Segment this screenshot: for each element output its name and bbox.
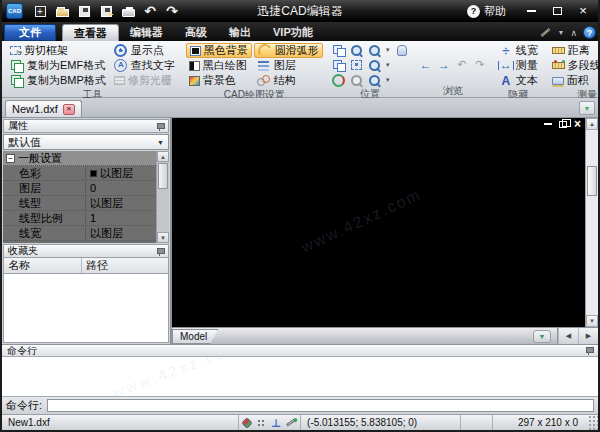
- background-color-button[interactable]: 背景色: [186, 73, 252, 88]
- close-button[interactable]: ×: [572, 3, 594, 19]
- help-icon[interactable]: ?: [467, 5, 480, 18]
- command-output[interactable]: www.42xz.com: [2, 357, 598, 397]
- bw-drawing-button[interactable]: 黑白绘图: [186, 58, 252, 73]
- help-button[interactable]: 帮助: [484, 4, 506, 19]
- resize-grip[interactable]: [588, 415, 598, 430]
- canvas-restore-icon[interactable]: [559, 121, 567, 128]
- favorites-list[interactable]: [3, 274, 169, 343]
- measure-distance-button[interactable]: 距离: [549, 43, 600, 58]
- copy-view-icon: [332, 59, 346, 72]
- zoom-in-button[interactable]: [367, 43, 383, 57]
- tab-viewer[interactable]: 查看器: [62, 24, 119, 41]
- column-path[interactable]: 路径: [82, 258, 112, 273]
- column-name[interactable]: 名称: [4, 258, 82, 273]
- orbit-button[interactable]: [331, 73, 347, 87]
- layout-next-icon[interactable]: ▶: [578, 328, 598, 344]
- document-tab-close-icon[interactable]: ×: [63, 104, 75, 115]
- view-back-button[interactable]: [418, 58, 434, 72]
- zoom-in-dropdown-icon[interactable]: ▼: [385, 47, 392, 53]
- hide-measure-button[interactable]: 测量: [496, 58, 541, 73]
- zoom-extents-button[interactable]: [349, 58, 365, 72]
- undo-button[interactable]: ↶: [140, 2, 160, 20]
- pan-button[interactable]: [394, 43, 410, 57]
- layers-button[interactable]: 图层: [254, 58, 323, 73]
- canvas-scrollbar[interactable]: ▲ ▼: [585, 118, 598, 327]
- copy-bmp-button[interactable]: 复制为BMP格式: [7, 73, 109, 88]
- hide-lineweight-button[interactable]: 线宽: [496, 43, 541, 58]
- pin-icon[interactable]: [156, 122, 164, 131]
- black-background-button[interactable]: 黑色背景: [186, 43, 252, 58]
- osnap-icon[interactable]: [241, 417, 252, 428]
- zoom-out-button[interactable]: [367, 58, 383, 72]
- zoom-previous-button[interactable]: [331, 43, 347, 57]
- layout-prev-icon[interactable]: ◀: [558, 328, 578, 344]
- button-label: 圆滑弧形: [275, 43, 319, 58]
- minimize-button[interactable]: [520, 3, 542, 19]
- properties-scrollbar[interactable]: ▲ ▼: [156, 151, 169, 243]
- property-row-color[interactable]: 色彩 以图层: [3, 166, 156, 181]
- new-file-button[interactable]: +: [30, 2, 50, 20]
- grid-icon[interactable]: [256, 418, 266, 428]
- tab-advanced[interactable]: 高级: [174, 24, 218, 41]
- open-file-button[interactable]: [52, 2, 72, 20]
- scroll-down-icon[interactable]: ▼: [586, 315, 598, 327]
- model-tab[interactable]: Model: [172, 329, 218, 344]
- tab-editor[interactable]: 编辑器: [119, 24, 174, 41]
- ribbon-group-tools: 剪切框架 复制为EMF格式 复制为BMP格式 显示点 查找文字 修剪光栅 工具: [4, 43, 181, 97]
- scroll-down-icon[interactable]: ▼: [157, 232, 169, 243]
- pin-icon[interactable]: [156, 247, 164, 256]
- maximize-button[interactable]: [546, 3, 568, 19]
- property-row-lineweight[interactable]: 线宽 以图层: [3, 226, 156, 241]
- print-button[interactable]: [118, 2, 138, 20]
- ortho-icon[interactable]: ⊥: [271, 418, 281, 428]
- ribbon-help-icon[interactable]: ?: [583, 26, 596, 39]
- preset-dropdown[interactable]: 默认值 ▼: [3, 134, 169, 150]
- property-row-linetype[interactable]: 线型 以图层: [3, 196, 156, 211]
- command-input[interactable]: [47, 399, 594, 412]
- property-row-layer[interactable]: 图层 0: [3, 181, 156, 196]
- annotate-pencil-icon[interactable]: [541, 28, 551, 37]
- redo-button[interactable]: ↷: [162, 2, 182, 20]
- brush-icon[interactable]: [286, 418, 296, 426]
- tab-vip[interactable]: VIP功能: [262, 24, 324, 41]
- zoom-out-dropdown-icon[interactable]: ▼: [385, 62, 392, 68]
- scrollbar-thumb[interactable]: [587, 166, 597, 196]
- view-forward-button[interactable]: [436, 58, 452, 72]
- document-tab[interactable]: New1.dxf ×: [5, 100, 82, 117]
- smooth-arc-button[interactable]: 圆滑弧形: [254, 43, 323, 58]
- button-label: 修剪光栅: [128, 73, 172, 88]
- cut-frame-button[interactable]: 剪切框架: [7, 43, 109, 58]
- tab-list-dropdown-icon[interactable]: ▼: [579, 101, 595, 115]
- scroll-up-icon[interactable]: ▲: [586, 118, 598, 130]
- save-button[interactable]: [74, 2, 94, 20]
- pin-icon[interactable]: [585, 346, 593, 355]
- collapse-ribbon-icon[interactable]: ∧: [570, 28, 577, 38]
- zoom-all-dropdown-icon[interactable]: ▼: [385, 77, 392, 83]
- button-label: 面积: [567, 73, 589, 88]
- properties-group-row[interactable]: − 一般设置: [3, 151, 156, 166]
- collapse-expander-icon[interactable]: −: [6, 154, 15, 163]
- command-panel-title: 命令行: [7, 344, 37, 358]
- find-text-button[interactable]: 查找文字: [111, 58, 178, 73]
- measure-area-button[interactable]: 面积: [549, 73, 600, 88]
- scrollbar-thumb[interactable]: [158, 163, 168, 189]
- tab-output[interactable]: 输出: [218, 24, 262, 41]
- drawing-canvas[interactable]: www.42xz.com ×: [172, 118, 585, 327]
- measure-polyline-button[interactable]: 多段线长度: [549, 58, 600, 73]
- property-row-linetype-scale[interactable]: 线型比例 1: [3, 211, 156, 226]
- layout-list-dropdown-icon[interactable]: ▼: [533, 330, 551, 343]
- zoom-window-button[interactable]: [349, 43, 365, 57]
- show-points-button[interactable]: 显示点: [111, 43, 178, 58]
- pencil-dropdown-icon[interactable]: ▼: [557, 29, 564, 36]
- button-label: 测量: [516, 58, 538, 73]
- copy-view-button[interactable]: [331, 58, 347, 72]
- save-as-button[interactable]: [96, 2, 116, 20]
- copy-emf-button[interactable]: 复制为EMF格式: [7, 58, 109, 73]
- hide-text-button[interactable]: 文本: [496, 73, 541, 88]
- scroll-up-icon[interactable]: ▲: [157, 151, 169, 162]
- canvas-minimize-icon[interactable]: [544, 123, 552, 125]
- structure-button[interactable]: 结构: [254, 73, 323, 88]
- canvas-close-icon[interactable]: ×: [574, 120, 581, 128]
- zoom-all-button[interactable]: [367, 73, 383, 87]
- file-menu-button[interactable]: 文件: [4, 24, 56, 41]
